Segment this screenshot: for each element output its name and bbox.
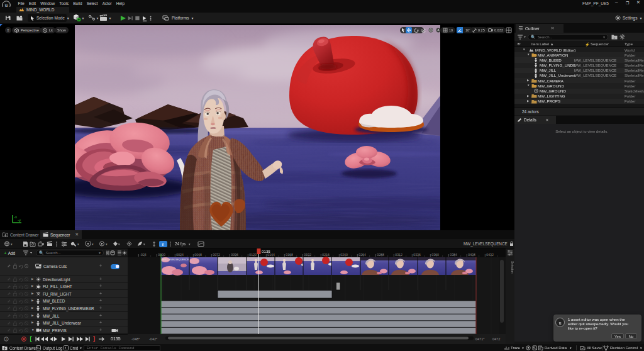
svg-text:n: n [162,242,165,247]
svg-text:MW_LEVELSEQUENCE: MW_LEVELSEQUENCE [162,259,189,261]
svg-text:Selection: Selection [511,261,514,274]
svg-text:▼: ▼ [109,16,112,20]
svg-text:0072: 0072 [213,253,220,257]
svg-text:0135: 0135 [262,249,270,254]
svg-text:0240: 0240 [340,253,348,257]
svg-text:▾: ▾ [189,242,191,246]
svg-text:24 fps: 24 fps [175,242,186,247]
svg-text:0384: 0384 [450,253,457,257]
svg-text:▼: ▼ [82,16,85,20]
svg-text:-042*: -042* [149,337,158,341]
svg-text:0288: 0288 [377,253,384,257]
svg-text:0096: 0096 [231,253,238,257]
svg-text:0168: 0168 [286,253,293,257]
svg-text:0048: 0048 [194,253,202,257]
svg-text:0312: 0312 [395,253,402,257]
svg-text:0360: 0360 [431,253,439,257]
svg-text:▾: ▾ [77,242,79,246]
svg-text:0264: 0264 [358,253,366,257]
svg-text:0432: 0432 [486,253,494,257]
svg-text:0024: 0024 [176,253,184,257]
svg-text:▼: ▼ [96,16,99,20]
svg-text:0336: 0336 [413,253,421,257]
svg-text:+: + [613,36,616,40]
svg-text:-y: -y [18,218,21,222]
svg-text:0192: 0192 [304,253,311,257]
svg-text:0216: 0216 [322,253,330,257]
svg-text:-024: -024 [140,253,146,257]
svg-text:▾: ▾ [92,242,94,246]
svg-text:▾: ▾ [106,242,108,246]
svg-text:0471*: 0471* [475,337,485,341]
svg-text:i: i [6,337,6,341]
svg-text:▾: ▾ [11,242,13,246]
svg-text:0408: 0408 [468,253,475,257]
svg-text:▾: ▾ [143,242,145,246]
svg-text:0000: 0000 [158,253,165,257]
svg-text:0120: 0120 [249,253,257,257]
svg-text:-048*: -048* [131,337,140,341]
svg-text:-x: -x [14,215,17,219]
svg-text:0472: 0472 [492,337,500,341]
svg-text:▾: ▾ [118,242,120,246]
